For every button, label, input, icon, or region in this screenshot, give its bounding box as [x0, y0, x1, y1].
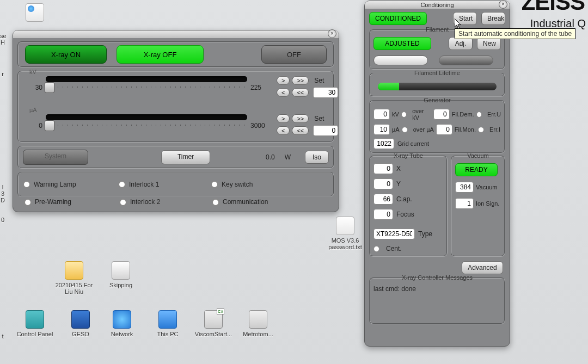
kv-thumb[interactable] — [45, 82, 54, 93]
timer-button[interactable]: Timer — [161, 150, 210, 164]
ua-label: µA — [29, 107, 37, 113]
ua-dec[interactable]: < — [277, 126, 290, 135]
label: Err.U — [487, 111, 501, 118]
kv-max: 225 — [250, 84, 261, 91]
warning-lamp-radio[interactable] — [23, 181, 30, 188]
desktop-folder-2[interactable]: Skipping — [101, 261, 140, 288]
folder-label: Skipping — [109, 282, 132, 288]
desktop-geso[interactable]: GESO — [61, 310, 100, 337]
interlock2-radio[interactable] — [119, 199, 127, 206]
conditioning-panel: Conditioning × CONDITIONED Start Break F… — [364, 1, 510, 347]
over-kv-input[interactable] — [433, 109, 450, 120]
kv-inc-fast[interactable]: >> — [292, 76, 309, 85]
kv-min: 30 — [23, 84, 42, 91]
erru-radio[interactable] — [476, 112, 482, 118]
status-label: Interlock 1 — [129, 181, 159, 188]
icon-label: Network — [111, 331, 133, 337]
label: Cent. — [386, 245, 402, 252]
control-panel-icon — [26, 310, 44, 329]
file-label: MOS V3.6 password.txt — [328, 237, 362, 250]
label: Y — [396, 180, 401, 188]
communication-radio[interactable] — [212, 199, 219, 206]
over-ua-radio[interactable] — [402, 127, 408, 133]
label: Err.I — [489, 126, 500, 133]
x-input[interactable] — [373, 163, 393, 174]
ion-input[interactable] — [455, 198, 474, 209]
group-title: Filament Lifetime — [370, 70, 504, 76]
cap-input[interactable] — [373, 194, 393, 205]
label: Type — [418, 230, 432, 238]
kv-dec[interactable]: < — [277, 88, 290, 97]
label: X — [396, 165, 401, 172]
ua-input[interactable] — [313, 125, 338, 136]
desktop-viscom[interactable]: ViscomStart... — [194, 310, 233, 337]
slider-group: kV 30 225 > >> Set < << µA 0 3000 — [17, 71, 334, 143]
desktop-doc-icon[interactable] — [15, 3, 54, 24]
gen-ua-input[interactable] — [373, 124, 390, 135]
close-icon[interactable]: × — [328, 29, 336, 38]
kv-inc[interactable]: > — [277, 76, 290, 85]
ua-dec-fast[interactable]: << — [292, 126, 309, 135]
ua-inc[interactable]: > — [277, 114, 290, 123]
document-icon — [26, 3, 44, 22]
ua-thumb[interactable] — [45, 120, 54, 131]
interlock1-radio[interactable] — [118, 181, 126, 188]
kv-label: kV — [29, 69, 36, 75]
gen-kv-input[interactable] — [373, 109, 390, 120]
cond-row: CONDITIONED Start Break — [365, 9, 510, 28]
kv-input[interactable] — [313, 87, 338, 98]
desktop-control-panel[interactable]: Control Panel — [15, 310, 54, 337]
label: µA — [392, 126, 400, 133]
erri-radio[interactable] — [478, 127, 484, 133]
break-button[interactable]: Break — [481, 12, 505, 25]
label: Vacuum — [476, 184, 498, 190]
desktop-file-mos[interactable]: MOS V3.6 password.txt — [326, 217, 365, 250]
vacuum-input[interactable] — [455, 182, 474, 193]
xray-off-big-button[interactable]: X-ray OFF — [117, 45, 204, 64]
desktop-folder-1[interactable]: 20210415 For Liu Niu — [54, 261, 94, 295]
group-title: Vacuum — [452, 152, 504, 159]
close-icon[interactable]: × — [499, 0, 507, 9]
xtube-group: X-ray Tube X Y C.ap. Focus Type Cent. — [369, 156, 448, 257]
network-icon — [113, 310, 131, 329]
ua-track[interactable] — [46, 114, 247, 120]
glossy-indicator-1 — [373, 55, 428, 65]
status-label: Interlock 2 — [130, 198, 160, 206]
grid-input[interactable] — [373, 138, 394, 149]
edge-text: t — [0, 333, 5, 340]
keyswitch-radio[interactable] — [211, 181, 218, 188]
type-input[interactable] — [373, 229, 415, 239]
lifetime-bar — [378, 83, 497, 90]
ua-inc-fast[interactable]: >> — [292, 114, 309, 123]
watt-value: 0.0 — [266, 153, 275, 161]
prewarning-radio[interactable] — [24, 199, 32, 206]
set-label: Set — [314, 77, 324, 84]
over-ua-input[interactable] — [436, 124, 452, 135]
system-button[interactable]: System — [23, 150, 88, 165]
panel-title: Conditioning — [420, 2, 454, 8]
advanced-button[interactable]: Advanced — [462, 261, 503, 274]
kv-dec-fast[interactable]: << — [292, 88, 309, 97]
vacuum-group: Vacuum READY Vacuum Ion Sign. — [451, 156, 505, 257]
label: C.ap. — [396, 195, 412, 203]
status-label: Warning Lamp — [34, 181, 76, 188]
ready-badge: READY — [455, 163, 498, 176]
over-kv-radio[interactable] — [401, 112, 407, 118]
monitor-icon — [158, 310, 177, 329]
desktop-this-pc[interactable]: This PC — [148, 310, 187, 337]
icon-label: Control Panel — [17, 331, 53, 337]
iso-button[interactable]: Iso — [305, 151, 329, 164]
desktop-network[interactable]: Network — [102, 310, 142, 337]
ua-row: µA 0 3000 > >> Set < << — [23, 113, 329, 137]
shield-icon — [71, 310, 90, 329]
cent-radio[interactable] — [373, 246, 379, 252]
xray-on-button[interactable]: X-ray ON — [25, 45, 107, 64]
ua-max: 3000 — [250, 122, 265, 129]
kv-track[interactable] — [46, 76, 247, 82]
label: Focus — [396, 211, 414, 218]
focus-input[interactable] — [373, 209, 393, 220]
off-button[interactable]: OFF — [261, 45, 327, 64]
desktop-metrotom[interactable]: Metrotom... — [238, 310, 278, 337]
y-input[interactable] — [373, 178, 393, 189]
last-cmd: last cmd: done — [373, 285, 501, 293]
